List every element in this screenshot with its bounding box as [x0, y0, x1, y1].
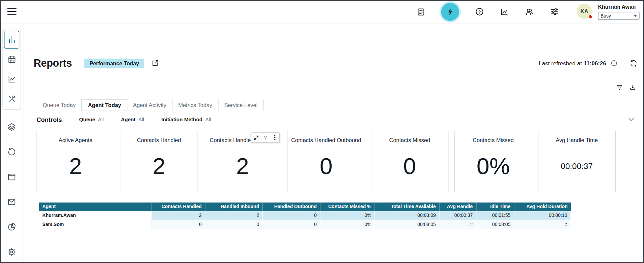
spark-button[interactable] — [441, 3, 459, 21]
filter-queue[interactable]: Queue All — [79, 117, 104, 122]
kpi-cards-row: Active Agents 2 Contacts Handled 2 ⋮ Con… — [36, 131, 616, 192]
controls-title: Controls — [36, 116, 62, 123]
kpi-value: 2 — [69, 140, 82, 192]
table-cell: 2 — [152, 211, 205, 220]
gear-icon — [7, 247, 17, 257]
refresh-icon[interactable] — [629, 59, 638, 68]
tab-metrics-today[interactable]: Metrics Today — [172, 99, 218, 111]
col-contacts-handled: Contacts Handled — [152, 202, 205, 211]
bar-chart-icon — [7, 35, 16, 44]
sidebar-item-settings[interactable] — [4, 247, 19, 257]
settings-sliders-icon[interactable] — [550, 7, 559, 17]
left-sidebar — [0, 23, 23, 263]
kpi-value: 2 — [152, 140, 165, 192]
top-bar: ? KA Khurram Awan Busy — [0, 0, 644, 23]
agent-name-cell: Sam.Som — [39, 220, 152, 229]
col-handled-inbound: Handled Inbound — [205, 202, 263, 211]
last-refreshed-text: Last refreshed at 11:06:26 — [539, 60, 606, 66]
download-icon[interactable] — [629, 84, 636, 91]
filter-queue-value: All — [98, 117, 104, 122]
window-icon — [7, 172, 17, 182]
external-link-icon[interactable] — [151, 59, 160, 67]
filter-initiation-method[interactable]: Initiation Method All — [161, 117, 211, 122]
pie-chart-icon — [7, 222, 17, 231]
kpi-value: 00:00:37 — [561, 140, 593, 192]
kpi-card-contacts-missed: Contacts Missed 0 — [371, 131, 449, 192]
kebab-menu-icon[interactable]: ⋮ — [271, 134, 278, 141]
kpi-card-active-agents: Active Agents 2 — [36, 131, 114, 192]
table-cell: 00:08:05 — [375, 220, 440, 229]
col-contacts-missed-pct: Contacts Missed % — [320, 202, 375, 211]
filter-agent[interactable]: Agent All — [121, 117, 144, 122]
agent-table: Agent Contacts Handled Handled Inbound H… — [39, 202, 571, 229]
sidebar-item-pie-reports[interactable] — [4, 222, 19, 232]
col-handled-outbound: Handled Outbound — [263, 202, 320, 211]
kpi-card-contacts-missed-pct: Contacts Missed 0% — [454, 131, 532, 192]
sidebar-item-metrics[interactable] — [4, 70, 19, 88]
filter-agent-value: All — [138, 117, 144, 122]
tab-agent-activity[interactable]: Agent Activity — [127, 99, 172, 111]
table-cell: 0 — [263, 211, 320, 220]
kpi-card-contacts-handled: Contacts Handled 2 — [120, 131, 198, 192]
notepad-icon[interactable] — [416, 7, 426, 17]
table-row: Sam.Som 0 0 0 0% 00:08:05 :: 00:08:05 :: — [39, 220, 571, 229]
sidebar-item-reports[interactable] — [4, 31, 19, 49]
busy-status-dot — [588, 14, 593, 20]
filter-initiation-value: All — [205, 117, 211, 122]
page-header: Reports Performance Today Last refreshed… — [34, 56, 638, 70]
sidebar-item-schedule[interactable] — [4, 51, 19, 69]
tab-agent-today[interactable]: Agent Today — [82, 99, 127, 111]
chevron-down-icon — [634, 15, 637, 17]
last-refreshed-time: 11:06:26 — [584, 60, 606, 66]
main-content: Reports Performance Today Last refreshed… — [23, 23, 644, 263]
col-avg-handle: Avg Handle — [440, 202, 477, 211]
help-icon[interactable]: ? — [474, 7, 484, 17]
controls-collapse-chevron-icon[interactable] — [627, 116, 635, 123]
table-row: Khurram.Awan 2 2 0 0% 00:03:09 00:00:37 … — [39, 211, 571, 220]
info-icon[interactable] — [610, 60, 618, 67]
status-select-value: Busy — [600, 13, 611, 19]
status-select[interactable]: Busy — [598, 12, 640, 20]
hamburger-menu-icon[interactable] — [7, 7, 17, 16]
kpi-card-contacts-handled-outbound: Contacts Handled Outbound 0 — [287, 131, 365, 192]
kpi-value: 2 — [236, 140, 249, 192]
col-agent: Agent — [39, 202, 152, 211]
panel-actions — [616, 84, 636, 91]
sidebar-item-tools[interactable] — [4, 90, 19, 108]
sidebar-item-mail[interactable] — [4, 197, 19, 206]
kpi-value: 0 — [320, 140, 333, 192]
table-cell: 2 — [205, 211, 263, 220]
history-icon — [7, 147, 17, 156]
avatar-initials: KA — [580, 8, 588, 14]
calendar-icon — [7, 55, 16, 64]
sidebar-item-history[interactable] — [4, 147, 19, 157]
table-cell: :: — [440, 220, 477, 229]
card-hover-toolbar: ⋮ — [251, 132, 280, 142]
table-cell: 00:00:10 — [514, 211, 571, 220]
table-cell: 00:00:37 — [440, 211, 477, 220]
metrics-chart-icon[interactable] — [499, 7, 509, 17]
table-cell: 0 — [263, 220, 320, 229]
filter-agent-label: Agent — [121, 117, 136, 122]
filter-funnel-icon[interactable] — [616, 84, 623, 91]
user-name: Khurram Awan — [598, 4, 640, 10]
col-total-time-available: Total Time Available — [375, 202, 440, 211]
sidebar-item-window[interactable] — [4, 172, 19, 182]
performance-today-badge: Performance Today — [84, 58, 144, 68]
table-cell: 00:08:05 — [476, 220, 514, 229]
card-filter-funnel-icon[interactable] — [262, 134, 269, 141]
mail-icon — [7, 197, 17, 206]
sidebar-item-layers[interactable] — [4, 122, 19, 132]
filter-queue-label: Queue — [79, 117, 95, 122]
col-avg-hold-duration: Avg Hold Duration — [514, 202, 571, 211]
lightning-icon — [446, 7, 455, 16]
app-window: ? KA Khurram Awan Busy — [0, 0, 644, 263]
sidebar-analytics-group — [2, 29, 21, 110]
expand-icon[interactable] — [252, 134, 260, 141]
avatar[interactable]: KA — [577, 4, 592, 19]
tab-queue-today[interactable]: Queue Today — [37, 99, 82, 111]
table-cell: 00:01:55 — [476, 211, 514, 220]
users-icon[interactable] — [525, 7, 534, 17]
tab-service-level[interactable]: Service Level — [219, 99, 264, 111]
kpi-card-contacts-handled-inbound: ⋮ Contacts Handled Inbound 2 — [204, 131, 282, 192]
